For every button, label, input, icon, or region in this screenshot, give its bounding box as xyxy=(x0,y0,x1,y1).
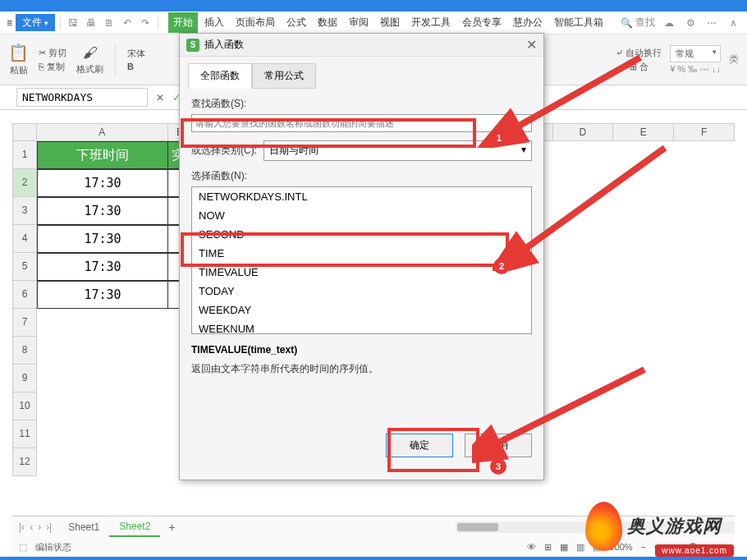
tab-vip[interactable]: 会员专享 xyxy=(457,12,506,33)
list-item[interactable]: TIMEVALUE xyxy=(192,263,531,282)
cell[interactable]: 17:30 xyxy=(37,253,168,281)
function-list[interactable]: NETWORKDAYS.INTL NOW SECOND TIME TIMEVAL… xyxy=(191,186,532,334)
cut-button[interactable]: ✂剪切 xyxy=(39,47,66,59)
file-menu[interactable]: 文件 xyxy=(16,14,55,31)
tab-insert[interactable]: 插入 xyxy=(199,12,229,33)
list-label: 选择函数(N): xyxy=(191,169,532,183)
list-item[interactable]: TODAY xyxy=(192,282,531,301)
font-name[interactable]: 宋体 xyxy=(127,48,145,60)
cell[interactable]: 17:30 xyxy=(37,281,168,309)
tab-data[interactable]: 数据 xyxy=(313,12,342,33)
col-header[interactable]: F xyxy=(674,123,735,141)
category-select[interactable]: 日期与时间 xyxy=(264,140,532,161)
cell[interactable]: 17:30 xyxy=(37,197,168,225)
row-header[interactable]: 8 xyxy=(12,337,37,365)
row-header[interactable]: 1 xyxy=(12,141,37,169)
mode-icon: ⬚ xyxy=(19,542,27,553)
row-header[interactable]: 7 xyxy=(12,309,37,337)
sheet-last-icon[interactable]: ›| xyxy=(46,521,52,533)
row-header[interactable]: 9 xyxy=(12,365,37,392)
zoom-value[interactable]: 100% xyxy=(609,542,632,552)
sheet-first-icon[interactable]: |‹ xyxy=(19,521,25,533)
merge-cells[interactable]: ⊞ 合 xyxy=(630,61,648,73)
list-item[interactable]: NETWORKDAYS.INTL xyxy=(192,187,531,206)
list-item[interactable]: WEEKNUM xyxy=(192,319,531,334)
list-item[interactable]: TIME xyxy=(192,244,531,263)
function-description: 返回由文本字符串所代表的时间的序列值。 xyxy=(191,362,532,376)
scissors-icon: ✂ xyxy=(39,48,46,58)
tab-view[interactable]: 视图 xyxy=(375,12,405,33)
sheet-tab[interactable]: Sheet2 xyxy=(109,517,160,537)
zoom-slider[interactable] xyxy=(654,545,728,549)
bold-button[interactable]: B xyxy=(127,62,134,71)
layout-icon[interactable]: ⊞ xyxy=(544,542,552,553)
name-box[interactable] xyxy=(16,88,148,107)
save-icon[interactable]: 🖫 xyxy=(66,16,80,30)
number-format-select[interactable]: 常规 xyxy=(670,45,721,62)
print-icon[interactable]: 🖶 xyxy=(84,16,99,30)
row-header[interactable]: 6 xyxy=(12,281,37,309)
zoom-out-icon[interactable]: − xyxy=(641,542,646,552)
add-sheet-button[interactable]: + xyxy=(160,521,183,534)
hamburger-icon[interactable]: ≡ xyxy=(7,17,12,29)
search-button[interactable]: 🔍 查找 xyxy=(621,16,655,30)
col-header[interactable]: D xyxy=(553,123,614,141)
list-item[interactable]: NOW xyxy=(192,206,531,225)
row-header[interactable]: 10 xyxy=(12,392,37,420)
cell[interactable]: 17:30 xyxy=(37,169,168,197)
list-item[interactable]: SECOND xyxy=(192,225,531,244)
select-all-corner[interactable] xyxy=(12,123,37,141)
sheet-tab[interactable]: Sheet1 xyxy=(58,518,109,536)
close-icon[interactable]: ✕ xyxy=(526,37,537,53)
row-header[interactable]: 5 xyxy=(12,253,37,281)
step-badge: 3 xyxy=(490,458,506,475)
row-header[interactable]: 3 xyxy=(12,197,37,225)
view-break-icon[interactable]: ▤ xyxy=(593,542,601,553)
tab-common-formulas[interactable]: 常用公式 xyxy=(252,63,316,89)
sheet-prev-icon[interactable]: ‹ xyxy=(30,521,33,533)
format-painter[interactable]: 🖌 格式刷 xyxy=(76,44,103,76)
ok-button[interactable]: 确定 xyxy=(386,434,453,457)
paste-group[interactable]: 📋 粘贴 xyxy=(8,43,29,76)
function-search-input[interactable] xyxy=(191,114,532,132)
status-bar: ⬚ 编辑状态 👁 ⊞ ▦ ▥ ▤ 100% − xyxy=(12,537,735,557)
tab-all-functions[interactable]: 全部函数 xyxy=(188,63,252,89)
row-header[interactable]: 4 xyxy=(12,225,37,253)
more-icon[interactable]: ⋯ xyxy=(704,16,719,30)
preview-icon[interactable]: 🗎 xyxy=(102,16,117,30)
tab-review[interactable]: 审阅 xyxy=(344,12,374,33)
tab-dev[interactable]: 开发工具 xyxy=(406,12,456,33)
tab-toolbox[interactable]: 智能工具箱 xyxy=(549,12,608,33)
cell[interactable]: 17:30 xyxy=(37,225,168,253)
undo-icon[interactable]: ↶ xyxy=(120,16,135,30)
redo-icon[interactable]: ↷ xyxy=(138,16,153,30)
col-header[interactable]: A xyxy=(37,123,168,141)
row-header[interactable]: 11 xyxy=(12,420,37,448)
cell[interactable]: 下班时间 xyxy=(37,141,168,169)
wrap-text[interactable]: ⤶ 自动换行 xyxy=(616,47,662,59)
cancel-formula-icon[interactable]: ✕ xyxy=(156,92,164,103)
sheet-next-icon[interactable]: › xyxy=(38,521,41,533)
view-normal-icon[interactable]: ▦ xyxy=(560,542,568,553)
list-item[interactable]: WEEKDAY xyxy=(192,301,531,319)
tab-formula[interactable]: 公式 xyxy=(282,12,311,33)
search-label: 查找函数(S): xyxy=(191,97,532,111)
copy-button[interactable]: ⎘复制 xyxy=(39,61,66,73)
horizontal-scrollbar[interactable] xyxy=(456,521,735,533)
col-header[interactable]: E xyxy=(613,123,674,141)
view-page-icon[interactable]: ▥ xyxy=(576,542,584,553)
view-icon[interactable]: 👁 xyxy=(527,542,536,552)
cancel-button[interactable]: 取消 xyxy=(465,434,532,457)
brush-icon: 🖌 xyxy=(83,44,98,62)
cloud-icon[interactable]: ☁ xyxy=(662,16,676,30)
row-header[interactable]: 12 xyxy=(12,448,37,476)
tab-start[interactable]: 开始 xyxy=(168,12,198,33)
sheet-tabs: |‹ ‹ › ›| Sheet1 Sheet2 + xyxy=(12,516,735,537)
collapse-icon[interactable]: ∧ xyxy=(726,16,740,30)
status-label: 编辑状态 xyxy=(35,541,71,553)
tab-smart[interactable]: 慧办公 xyxy=(508,12,548,33)
cell-class: 类 xyxy=(729,53,739,67)
tab-layout[interactable]: 页面布局 xyxy=(231,12,280,33)
row-header[interactable]: 2 xyxy=(12,169,37,197)
settings-icon[interactable]: ⚙ xyxy=(683,16,698,30)
